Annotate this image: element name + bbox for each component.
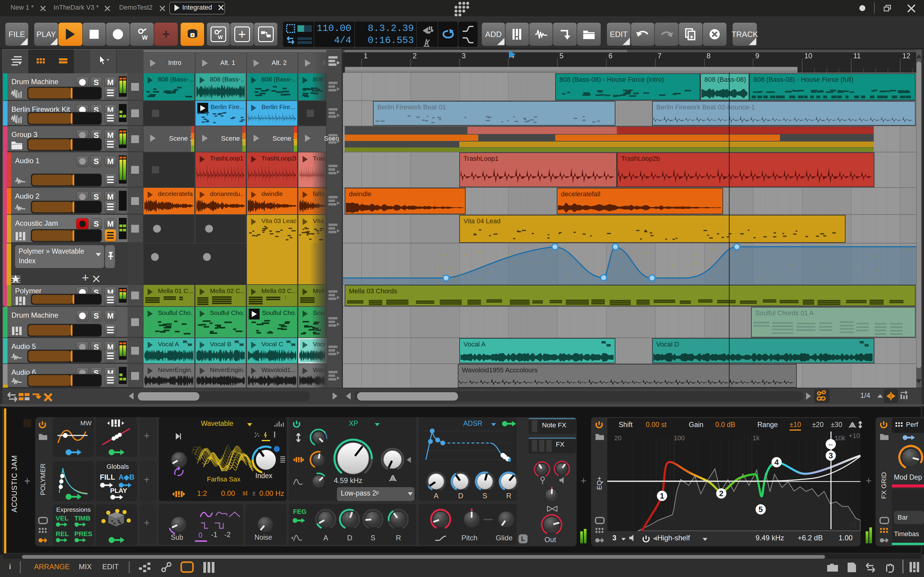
svg-text:4: 4 (774, 458, 779, 467)
svg-text:3: 3 (829, 451, 833, 460)
svg-text:5: 5 (759, 505, 763, 514)
svg-text:W: W (218, 34, 223, 40)
svg-text:⇔: ⇔ (827, 440, 834, 448)
svg-text:2: 2 (719, 489, 724, 498)
svg-text:1: 1 (660, 492, 664, 500)
svg-text:W: W (142, 34, 148, 41)
